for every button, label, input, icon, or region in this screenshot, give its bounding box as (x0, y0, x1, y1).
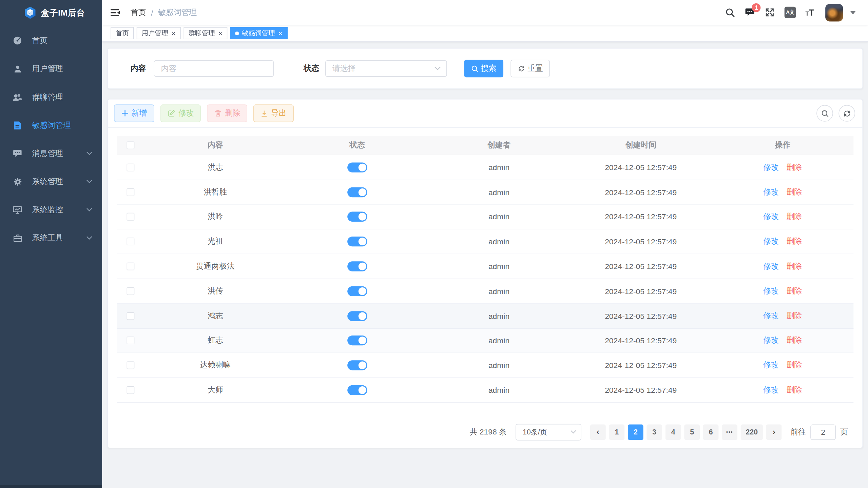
fullscreen-icon[interactable] (765, 7, 775, 18)
edit-link[interactable]: 修改 (763, 286, 779, 296)
add-button-label: 新增 (131, 108, 147, 118)
page-button-3[interactable]: 3 (647, 424, 662, 440)
delete-link[interactable]: 删除 (787, 361, 802, 370)
status-toggle[interactable] (347, 336, 367, 346)
table-row: 鸿志 admin 2024-12-05 12:57:49 修改删除 (117, 304, 853, 329)
edit-link[interactable]: 修改 (763, 336, 779, 346)
sidebar-collapse-icon[interactable] (111, 8, 120, 17)
prev-page-button[interactable]: ‹ (590, 424, 606, 440)
sidebar-item-users[interactable]: 用户管理 (0, 55, 102, 83)
page-button-5[interactable]: 5 (684, 424, 700, 440)
sidebar-item-label: 首页 (32, 36, 48, 45)
edit-link[interactable]: 修改 (763, 361, 779, 370)
reset-button[interactable]: 重置 (510, 60, 550, 77)
status-toggle[interactable] (347, 162, 367, 172)
add-button[interactable]: 新增 (114, 104, 154, 122)
status-select[interactable]: 请选择 (325, 60, 447, 77)
breadcrumb: 首页 / 敏感词管理 (131, 7, 197, 17)
avatar-dropdown-caret-icon[interactable] (850, 11, 856, 14)
status-toggle[interactable] (347, 311, 367, 321)
cell-created-at: 2024-12-05 12:57:49 (570, 188, 712, 197)
content-input[interactable] (154, 60, 274, 77)
page-button-2-active[interactable]: 2 (628, 424, 643, 440)
row-checkbox[interactable] (127, 164, 134, 171)
edit-link[interactable]: 修改 (763, 261, 779, 271)
page-button-4[interactable]: 4 (666, 424, 681, 440)
pagination-total: 共 2198 条 (470, 427, 507, 437)
table-refresh-button[interactable] (838, 105, 855, 122)
close-icon[interactable]: × (172, 29, 176, 37)
column-header-creator: 创建者 (428, 140, 570, 150)
close-icon[interactable]: × (278, 29, 283, 37)
active-tab-dot (235, 31, 239, 35)
row-checkbox[interactable] (127, 362, 134, 369)
sidebar-item-groups[interactable]: 群聊管理 (0, 83, 102, 111)
delete-link[interactable]: 删除 (787, 162, 802, 172)
delete-link[interactable]: 删除 (787, 385, 802, 395)
page-ellipsis-button[interactable]: ••• (722, 424, 737, 440)
export-button-label: 导出 (271, 108, 287, 118)
close-icon[interactable]: × (218, 29, 223, 37)
sidebar-bottom-strip (0, 485, 102, 488)
row-checkbox[interactable] (127, 238, 134, 246)
refresh-icon (518, 65, 525, 72)
page-button-6[interactable]: 6 (703, 424, 719, 440)
header-actions: 1 A文 TT (725, 4, 856, 21)
page-size-select[interactable]: 10条/页 (516, 424, 581, 441)
export-button[interactable]: 导出 (253, 104, 294, 122)
next-page-button[interactable]: › (766, 424, 782, 440)
status-toggle[interactable] (347, 361, 367, 370)
page-button-1[interactable]: 1 (609, 424, 625, 440)
row-checkbox[interactable] (127, 386, 134, 394)
delete-link[interactable]: 删除 (787, 336, 802, 346)
delete-link[interactable]: 删除 (787, 187, 802, 197)
edit-link[interactable]: 修改 (763, 385, 779, 395)
row-checkbox[interactable] (127, 337, 134, 345)
edit-button[interactable]: 修改 (160, 104, 201, 122)
tab-user-management[interactable]: 用户管理 × (137, 27, 181, 39)
delete-link[interactable]: 删除 (787, 286, 802, 296)
breadcrumb-home[interactable]: 首页 (131, 7, 146, 17)
search-icon[interactable] (725, 7, 735, 17)
edit-link[interactable]: 修改 (763, 187, 779, 197)
tab-group-management[interactable]: 群聊管理 × (184, 27, 228, 39)
search-button[interactable]: 搜索 (464, 60, 503, 77)
edit-link[interactable]: 修改 (763, 311, 779, 321)
sidebar-item-system-monitor[interactable]: 系统监控 (0, 196, 102, 224)
tab-sensitive-words[interactable]: 敏感词管理 × (230, 27, 288, 39)
select-all-checkbox[interactable] (127, 141, 134, 149)
table-search-toggle-button[interactable] (816, 105, 833, 122)
delete-link[interactable]: 删除 (787, 212, 802, 222)
page-button-last[interactable]: 220 (741, 424, 763, 440)
row-checkbox[interactable] (127, 263, 134, 270)
sidebar-item-messages[interactable]: 消息管理 (0, 139, 102, 167)
sidebar-item-sensitive-words[interactable]: 敏感词管理 (0, 111, 102, 139)
message-notification-icon[interactable]: 1 (745, 8, 755, 17)
status-toggle[interactable] (347, 261, 367, 271)
sidebar-item-system-management[interactable]: 系统管理 (0, 167, 102, 196)
edit-link[interactable]: 修改 (763, 237, 779, 246)
status-toggle[interactable] (347, 187, 367, 197)
translate-icon[interactable]: A文 (785, 7, 796, 18)
status-toggle[interactable] (347, 212, 367, 222)
status-toggle[interactable] (347, 237, 367, 246)
sidebar-item-home[interactable]: 首页 (0, 26, 102, 55)
delete-link[interactable]: 删除 (787, 237, 802, 246)
edit-link[interactable]: 修改 (763, 212, 779, 222)
tab-home[interactable]: 首页 (111, 27, 134, 39)
row-checkbox[interactable] (127, 188, 134, 196)
status-toggle[interactable] (347, 286, 367, 296)
status-toggle[interactable] (347, 385, 367, 395)
font-size-icon[interactable]: TT (806, 7, 814, 17)
delete-link[interactable]: 删除 (787, 261, 802, 271)
cell-created-at: 2024-12-05 12:57:49 (570, 163, 712, 172)
delete-button[interactable]: 删除 (207, 104, 247, 122)
row-checkbox[interactable] (127, 287, 134, 295)
user-avatar[interactable] (825, 4, 843, 21)
edit-link[interactable]: 修改 (763, 162, 779, 172)
row-checkbox[interactable] (127, 312, 134, 320)
delete-link[interactable]: 删除 (787, 311, 802, 321)
goto-page-input[interactable] (810, 424, 836, 440)
sidebar-item-system-tools[interactable]: 系统工具 (0, 224, 102, 252)
row-checkbox[interactable] (127, 213, 134, 221)
